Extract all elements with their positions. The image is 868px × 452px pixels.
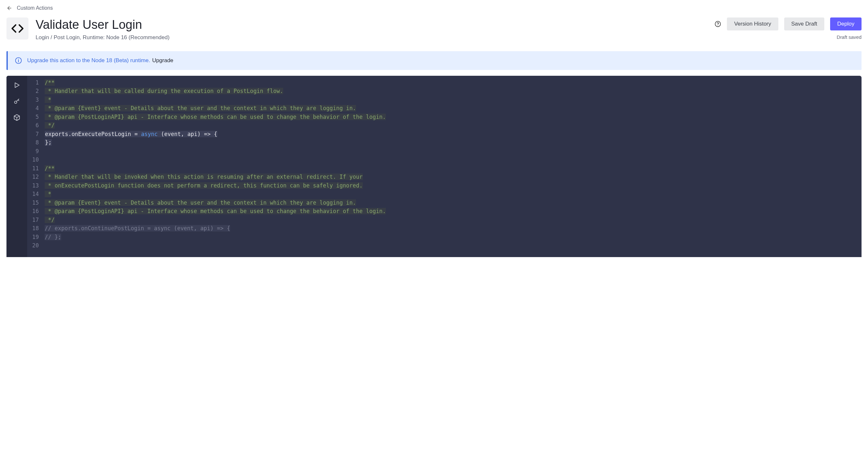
code-line: // exports.onContinuePostLogin = async (… bbox=[45, 224, 862, 233]
dependencies-icon[interactable] bbox=[13, 114, 21, 121]
run-icon[interactable] bbox=[13, 82, 21, 89]
page-subtitle: Login / Post Login, Runtime: Node 16 (Re… bbox=[36, 34, 708, 41]
banner-upgrade-link[interactable]: Upgrade bbox=[152, 57, 173, 63]
code-line bbox=[45, 147, 862, 156]
code-line bbox=[45, 155, 862, 164]
secrets-icon[interactable] bbox=[13, 98, 21, 105]
code-line: * @param {Event} event - Details about t… bbox=[45, 199, 862, 207]
code-editor: 1234567891011121314151617181920 /** * Ha… bbox=[6, 76, 862, 257]
code-line: exports.onExecutePostLogin = async (even… bbox=[45, 130, 862, 139]
svg-line-9 bbox=[18, 100, 19, 101]
code-line: * Handler that will be called during the… bbox=[45, 87, 862, 95]
code-content[interactable]: /** * Handler that will be called during… bbox=[43, 78, 862, 257]
code-line: /** bbox=[45, 78, 862, 87]
save-status: Draft saved bbox=[837, 34, 862, 40]
deploy-button[interactable]: Deploy bbox=[830, 18, 862, 30]
code-line: * @param {PostLoginAPI} api - Interface … bbox=[45, 113, 862, 121]
code-line: * onExecutePostLogin function does not p… bbox=[45, 181, 862, 190]
line-number-gutter: 1234567891011121314151617181920 bbox=[27, 78, 43, 257]
code-line: * @param {PostLoginAPI} api - Interface … bbox=[45, 207, 862, 216]
code-line bbox=[45, 241, 862, 250]
action-type-icon bbox=[6, 18, 29, 39]
version-history-button[interactable]: Version History bbox=[727, 18, 778, 30]
back-arrow-icon[interactable] bbox=[6, 5, 12, 11]
banner-message: Upgrade this action to the Node 18 (Beta… bbox=[27, 57, 150, 63]
code-line: // }; bbox=[45, 233, 862, 242]
code-line: * bbox=[45, 190, 862, 199]
upgrade-banner: Upgrade this action to the Node 18 (Beta… bbox=[6, 51, 862, 70]
editor-sidebar bbox=[6, 76, 27, 257]
info-icon bbox=[15, 57, 22, 64]
code-line: * bbox=[45, 95, 862, 104]
page-title: Validate User Login bbox=[36, 18, 708, 32]
code-line: * Handler that will be invoked when this… bbox=[45, 173, 862, 181]
help-icon[interactable] bbox=[715, 21, 721, 27]
code-line: /** bbox=[45, 164, 862, 173]
code-line: */ bbox=[45, 216, 862, 224]
save-draft-button[interactable]: Save Draft bbox=[784, 18, 824, 30]
svg-marker-6 bbox=[15, 83, 20, 87]
code-line: */ bbox=[45, 121, 862, 130]
breadcrumb[interactable]: Custom Actions bbox=[17, 5, 53, 11]
code-line: }; bbox=[45, 138, 862, 147]
code-line: * @param {Event} event - Details about t… bbox=[45, 104, 862, 113]
editor-main[interactable]: 1234567891011121314151617181920 /** * Ha… bbox=[27, 76, 862, 257]
